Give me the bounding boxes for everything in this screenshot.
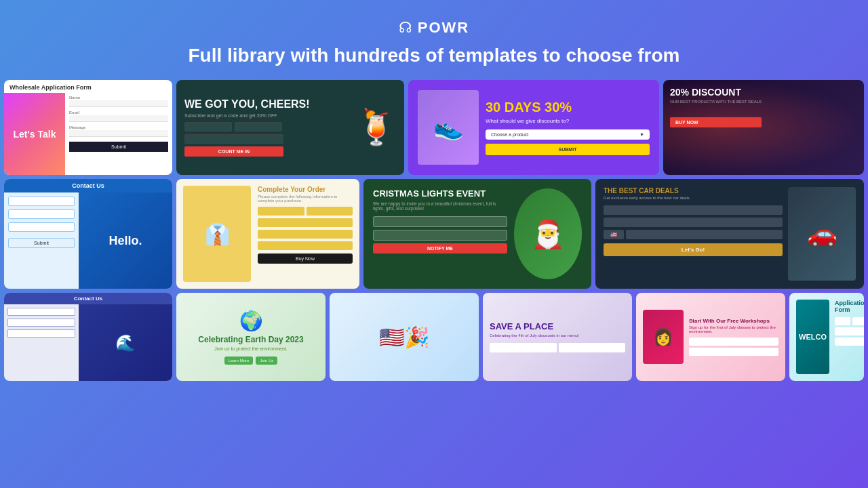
order-buy-button[interactable]: Buy Now: [258, 253, 353, 264]
car-subtitle: Get exclusive early access to the best c…: [604, 196, 783, 200]
complete-order-card[interactable]: 👔 Complete Your Order Please complete th…: [176, 179, 359, 289]
order-first-name[interactable]: [258, 207, 304, 216]
discount30-card[interactable]: 👟 30 DAYS 30% What should we give discou…: [408, 80, 659, 175]
order-illustration: 👔: [183, 186, 251, 282]
order-email[interactable]: [258, 218, 353, 227]
template-grid: Wholesale Application Form Let's Talk Na…: [0, 80, 868, 381]
contact2-header: Contact Us: [4, 293, 172, 304]
discount20-title: 20% DISCOUNT: [670, 87, 762, 98]
christmas-title: CRISTMAS LIGHTS EVENT: [373, 188, 507, 199]
contact-message-input[interactable]: [8, 222, 75, 232]
christmas-form: CRISTMAS LIGHTS EVENT We are happy to in…: [373, 188, 507, 279]
save-first-name[interactable]: [490, 343, 557, 352]
email-input[interactable]: [184, 134, 283, 144]
product-select[interactable]: Choose a product ▼: [486, 129, 650, 140]
contact2-card[interactable]: Contact Us 🌊: [4, 293, 172, 381]
workshop-email-input[interactable]: [689, 348, 778, 356]
app-last-name[interactable]: [852, 317, 864, 325]
cheers-card[interactable]: WE GOT YOU, CHEERS! Subscribe and get a …: [176, 80, 404, 175]
cheers-illustration: 🍹: [355, 108, 397, 147]
contact-submit-button[interactable]: Submit: [8, 238, 75, 248]
contact-email-input[interactable]: [8, 209, 75, 219]
discount20-text: 20% DISCOUNT OUR BEST PRODUCTS WITH THE …: [670, 87, 762, 127]
name-field[interactable]: Name: [69, 96, 168, 107]
header-tagline: Full library with hundreds of templates …: [0, 45, 868, 66]
wholesale-body: Let's Talk Name Email Message S: [4, 93, 172, 175]
count-me-in-button[interactable]: COUNT ME IN: [184, 146, 283, 157]
car-country-flag[interactable]: 🇺🇸: [604, 230, 624, 239]
christmas-subtitle: We are happy to invite you to a beautifu…: [373, 201, 507, 211]
app-name-row: [835, 317, 864, 325]
app-form-title: Application Form: [835, 300, 864, 313]
order-address[interactable]: [258, 230, 353, 239]
template-row-3: Contact Us 🌊 🌍 Celebrating Earth Day 202…: [1, 293, 867, 381]
car-name-input[interactable]: [604, 205, 783, 215]
car-email-input[interactable]: [604, 218, 783, 227]
contact1-body: Submit Hello.: [4, 192, 172, 289]
order-title: Complete Your Order: [258, 186, 353, 193]
christmas-email-input[interactable]: [373, 230, 507, 241]
contact1-form: Submit: [4, 192, 79, 289]
cheers-email-row: [184, 134, 310, 144]
template-row-1: Wholesale Application Form Let's Talk Na…: [1, 80, 867, 175]
first-name-input[interactable]: [184, 122, 232, 131]
earth-emoji: 🌍: [239, 310, 263, 332]
earth-buttons: Learn More Join Us: [224, 357, 278, 365]
workshop-card[interactable]: 👩 Start With Our Free Workshops Sign up …: [636, 293, 785, 381]
workshop-name-input[interactable]: [689, 338, 778, 346]
app-email[interactable]: [835, 327, 864, 336]
order-payment[interactable]: [258, 241, 353, 250]
earth-day-card[interactable]: 🌍 Celebrating Earth Day 2023 Join us to …: [176, 293, 326, 381]
wholesale-form: Name Email Message Submit: [65, 93, 172, 175]
app-form-card[interactable]: WELCO Application Form: [789, 293, 864, 381]
earth-subtitle: Join us to protect the environment.: [214, 346, 287, 351]
app-form-fields: [835, 317, 864, 346]
christmas-illustration: 🎅: [514, 188, 582, 279]
earth-learn-more-button[interactable]: Learn More: [224, 357, 254, 365]
contact1-card[interactable]: Contact Us Submit Hello.: [4, 179, 172, 289]
order-fields: [258, 207, 353, 250]
workshop-title: Start With Our Free Workshops: [689, 318, 778, 324]
contact-name-input[interactable]: [8, 197, 75, 206]
order-last-name[interactable]: [307, 207, 353, 216]
last-name-input[interactable]: [235, 122, 282, 131]
order-subtitle: Please complete the following informatio…: [258, 195, 353, 203]
order-name-row: [258, 207, 353, 216]
car-form: THE BEST CAR DEALS Get exclusive early a…: [604, 187, 783, 281]
car-lets-go-button[interactable]: Let's Go!: [604, 243, 783, 256]
c2-name-input[interactable]: [7, 308, 75, 316]
car-illustration: 🚗: [788, 187, 856, 281]
lets-talk-banner: Let's Talk: [4, 93, 65, 175]
email-field[interactable]: Email: [69, 110, 168, 122]
save-place-subtitle: Celebrating the 4th of July discounts in…: [490, 333, 625, 338]
workshop-fields: [689, 338, 778, 356]
save-place-title: SAVE A PLACE: [490, 321, 625, 331]
workshop-image: 👩: [643, 310, 684, 364]
c2-message-input[interactable]: [7, 329, 75, 338]
powr-icon: ☊: [399, 19, 412, 37]
app-form-fields-area: Application Form: [835, 300, 864, 374]
contact2-body: 🌊: [4, 304, 172, 381]
car-phone-input[interactable]: [626, 230, 783, 239]
car-fields: 🇺🇸: [604, 205, 783, 239]
submit-button[interactable]: Submit: [69, 142, 168, 152]
c2-email-input[interactable]: [7, 319, 75, 327]
christmas-name-input[interactable]: [373, 216, 507, 227]
car-deals-card[interactable]: THE BEST CAR DEALS Get exclusive early a…: [595, 179, 864, 289]
chevron-icon: ▼: [639, 132, 644, 137]
cheers-text: WE GOT YOU, CHEERS! Subscribe and get a …: [184, 98, 310, 157]
discount20-card[interactable]: 20% DISCOUNT OUR BEST PRODUCTS WITH THE …: [663, 80, 864, 175]
discount-submit-button[interactable]: SUBMIT: [486, 144, 650, 155]
earth-join-button[interactable]: Join Us: [256, 357, 277, 365]
christmas-card[interactable]: CRISTMAS LIGHTS EVENT We are happy to in…: [363, 179, 591, 289]
wholesale-card[interactable]: Wholesale Application Form Let's Talk Na…: [4, 80, 172, 175]
message-field[interactable]: Message: [69, 125, 168, 137]
save-last-name[interactable]: [559, 343, 626, 352]
july4-card[interactable]: 🇺🇸🎉: [330, 293, 479, 381]
save-place-card[interactable]: SAVE A PLACE Celebrating the 4th of July…: [483, 293, 632, 381]
buy-now-button[interactable]: BUY NOW: [670, 117, 762, 127]
contact1-header: Contact Us: [4, 179, 172, 192]
app-first-name[interactable]: [835, 317, 850, 325]
app-extra-field[interactable]: [835, 338, 864, 346]
notify-me-button[interactable]: NOTIFY ME: [373, 243, 507, 253]
